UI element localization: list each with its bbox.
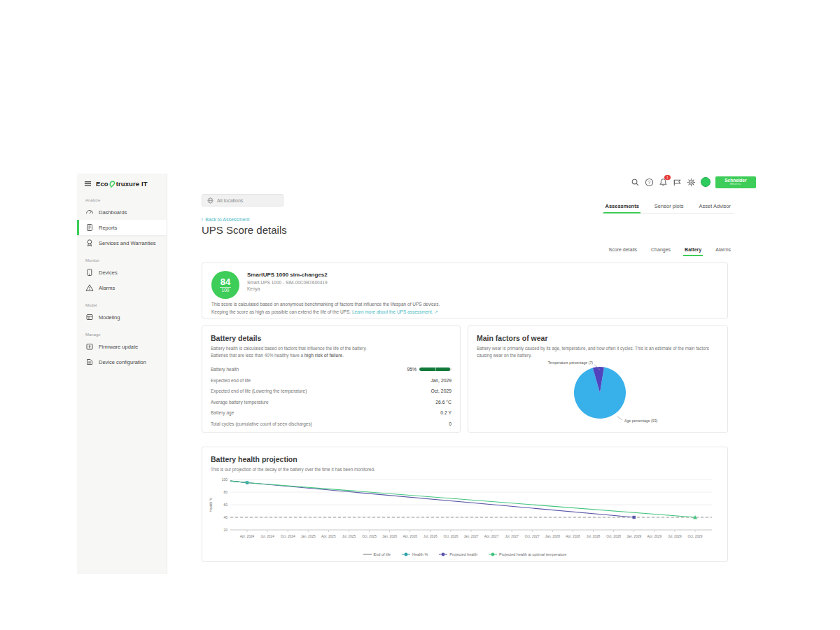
device-location: Kenya bbox=[247, 286, 328, 291]
main-content: All locations AssessmentsSensor plotsAss… bbox=[202, 174, 728, 574]
dashboards-icon bbox=[85, 208, 94, 216]
svg-text:Jul, 2024: Jul, 2024 bbox=[260, 535, 274, 538]
sidebar-section-label: Analyze bbox=[77, 190, 167, 204]
detail-tabs: Score detailsChangesBatteryAlarms bbox=[606, 245, 734, 255]
row-value: Jan, 2029 bbox=[430, 378, 451, 383]
svg-text:Jul, 2026: Jul, 2026 bbox=[424, 535, 438, 538]
sidebar-section-label: Manage bbox=[77, 325, 167, 339]
svg-text:Jul, 2025: Jul, 2025 bbox=[342, 535, 356, 538]
battery-detail-row: Expected end of lifeJan, 2029 bbox=[211, 375, 451, 386]
svg-text:Apr, 2025: Apr, 2025 bbox=[321, 535, 336, 538]
projection-line-chart: 20406080100Apr, 2024Jul, 2024Oct, 2024Ja… bbox=[206, 474, 719, 550]
sidebar-item-services-and-warranties[interactable]: Services and Warranties bbox=[77, 235, 167, 251]
sidebar-section-label: Monitor bbox=[77, 251, 167, 265]
subtab-battery[interactable]: Battery bbox=[683, 245, 703, 255]
score-card: 84 100 SmartUPS 1000 sim-changes2 Smart-… bbox=[202, 262, 728, 318]
legend-marker bbox=[363, 552, 372, 556]
services-warranties-icon bbox=[85, 239, 94, 247]
svg-text:Jul, 2029: Jul, 2029 bbox=[668, 535, 682, 538]
device-name: SmartUPS 1000 sim-changes2 bbox=[247, 272, 328, 278]
sidebar-item-label: Devices bbox=[99, 270, 118, 276]
legend-marker bbox=[402, 552, 410, 556]
row-label: Battery age bbox=[211, 410, 234, 415]
row-label: Expected end of life (Lowering the tempe… bbox=[211, 388, 307, 393]
menu-icon[interactable] bbox=[84, 180, 92, 188]
sidebar-item-label: Dashboards bbox=[99, 209, 127, 216]
legend-label: End of life bbox=[374, 552, 391, 556]
location-filter-input[interactable]: All locations bbox=[202, 194, 284, 206]
legend-item-projected-health[interactable]: Projected health bbox=[439, 552, 477, 556]
svg-text:Health %: Health % bbox=[209, 497, 213, 512]
svg-text:80: 80 bbox=[223, 490, 227, 494]
legend-item-end-of-life[interactable]: End of life bbox=[363, 552, 391, 556]
location-filter-value: All locations bbox=[217, 198, 243, 203]
sidebar-item-firmware-update[interactable]: Firmware update bbox=[77, 339, 167, 354]
battery-health-bar bbox=[419, 368, 451, 371]
row-value: 95% bbox=[407, 367, 451, 372]
subtab-score-details[interactable]: Score details bbox=[608, 245, 638, 255]
svg-text:100: 100 bbox=[222, 477, 228, 482]
sidebar: Ecotruxure IT AnalyzeDashboardsReportsSe… bbox=[77, 174, 167, 574]
sidebar-item-devices[interactable]: Devices bbox=[77, 265, 167, 280]
svg-text:Jul, 2028: Jul, 2028 bbox=[587, 535, 601, 538]
legend-item-projected-health-at-optimal-temperature[interactable]: Projected health at optimal temperature bbox=[489, 552, 566, 556]
sidebar-nav: AnalyzeDashboardsReportsServices and War… bbox=[77, 190, 167, 370]
wear-factors-title: Main factors of wear bbox=[477, 334, 719, 342]
chevron-left-icon: ‹ bbox=[202, 217, 203, 222]
svg-text:Apr, 2028: Apr, 2028 bbox=[566, 535, 580, 538]
device-model: Smart-UPS 1000 - SIM-00C0B7A00419 bbox=[247, 280, 328, 285]
sidebar-item-alarms[interactable]: Alarms bbox=[77, 280, 167, 295]
row-label: Total cycles (cumulative count of seen d… bbox=[211, 421, 312, 426]
legend-item-health-[interactable]: Health % bbox=[402, 552, 428, 556]
svg-text:Oct, 2029: Oct, 2029 bbox=[688, 535, 703, 538]
svg-text:Jan, 2028: Jan, 2028 bbox=[545, 535, 560, 538]
device-configuration-icon bbox=[85, 358, 94, 366]
page-title: UPS Score details bbox=[202, 224, 287, 236]
subtab-changes[interactable]: Changes bbox=[650, 245, 672, 255]
sidebar-item-dashboards[interactable]: Dashboards bbox=[77, 204, 167, 220]
back-link[interactable]: ‹ Back to Assessment bbox=[202, 217, 249, 222]
ecostruxure-symbol-icon bbox=[109, 180, 115, 188]
subtab-alarms[interactable]: Alarms bbox=[714, 245, 732, 255]
tab-assessments[interactable]: Assessments bbox=[603, 201, 640, 213]
svg-text:Oct, 2024: Oct, 2024 bbox=[281, 535, 295, 538]
svg-text:Apr, 2029: Apr, 2029 bbox=[648, 535, 662, 538]
legend-label: Projected health at optimal temperature bbox=[499, 552, 566, 556]
sidebar-item-modeling[interactable]: Modeling bbox=[77, 309, 167, 325]
battery-detail-row: Battery age0.2 Y bbox=[211, 407, 451, 419]
score-description: This score is calculated based on anonym… bbox=[211, 301, 440, 316]
row-label: Battery health bbox=[211, 367, 239, 372]
tab-sensor-plots[interactable]: Sensor plots bbox=[653, 201, 685, 213]
svg-text:Oct, 2028: Oct, 2028 bbox=[606, 535, 621, 538]
alarms-icon bbox=[85, 284, 94, 292]
score-badge: 84 100 bbox=[211, 271, 239, 299]
row-value: 26.6 °C bbox=[435, 400, 451, 405]
sidebar-item-reports[interactable]: Reports bbox=[77, 220, 167, 235]
tab-asset-advisor[interactable]: Asset Advisor bbox=[698, 201, 732, 213]
sidebar-item-label: Reports bbox=[99, 225, 117, 231]
brand-logo: Ecotruxure IT bbox=[96, 180, 148, 188]
svg-text:40: 40 bbox=[223, 515, 227, 519]
sidebar-item-label: Modeling bbox=[99, 314, 120, 321]
modeling-icon bbox=[85, 313, 94, 321]
sidebar-item-label: Services and Warranties bbox=[99, 240, 155, 246]
external-link-icon: ↗ bbox=[434, 309, 438, 314]
page-tabs: AssessmentsSensor plotsAsset Advisor bbox=[602, 201, 734, 214]
battery-details-description: Battery health is calculated based on fa… bbox=[211, 345, 451, 359]
row-label: Average battery temperature bbox=[211, 400, 269, 405]
svg-text:Age percentage (93): Age percentage (93) bbox=[624, 419, 658, 423]
svg-text:Oct, 2026: Oct, 2026 bbox=[444, 535, 458, 538]
legend-marker bbox=[439, 552, 447, 556]
battery-detail-row: Expected end of life (Lowering the tempe… bbox=[211, 386, 451, 397]
learn-more-link[interactable]: Learn more about the UPS assessment. ↗ bbox=[352, 309, 438, 314]
legend-label: Projected health bbox=[449, 552, 477, 556]
svg-text:Oct, 2025: Oct, 2025 bbox=[362, 535, 377, 538]
chart-legend: End of lifeHealth %Projected healthProje… bbox=[202, 552, 727, 556]
devices-icon bbox=[85, 268, 94, 276]
brand: Ecotruxure IT bbox=[77, 174, 167, 190]
app-window: Ecotruxure IT AnalyzeDashboardsReportsSe… bbox=[77, 174, 756, 574]
svg-text:Jul, 2027: Jul, 2027 bbox=[505, 535, 519, 538]
svg-text:Jan, 2025: Jan, 2025 bbox=[301, 535, 316, 538]
sidebar-item-device-configuration[interactable]: Device configuration bbox=[77, 354, 167, 370]
sidebar-section-label: Model bbox=[77, 295, 167, 309]
